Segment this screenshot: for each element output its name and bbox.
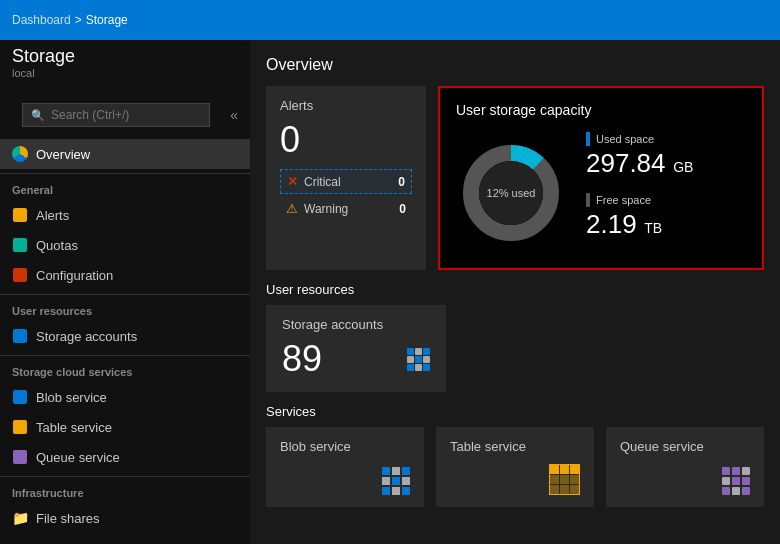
user-resources-title: User resources (266, 282, 764, 297)
donut-svg (456, 138, 566, 248)
sidebar-section-user-resources: User resources (0, 294, 250, 321)
user-resources-section: User resources Storage accounts 89 (266, 282, 764, 392)
services-title: Services (266, 404, 764, 419)
sidebar-item-quotas[interactable]: Quotas (0, 230, 250, 260)
storage-accounts-card-title: Storage accounts (282, 317, 430, 332)
sidebar-item-alerts[interactable]: Alerts (0, 200, 250, 230)
alerts-card-title: Alerts (280, 98, 412, 113)
sg-cell-2 (415, 348, 422, 355)
used-bar-accent (586, 132, 590, 146)
capacity-content: 12% used Used space 297.84 (456, 132, 746, 254)
breadcrumb-separator: > (75, 13, 82, 27)
storage-accounts-grid-icon (407, 348, 430, 371)
sidebar-item-blob-label: Blob service (36, 390, 107, 405)
used-space-label: Used space (586, 132, 746, 146)
sidebar: Storage local 🔍 « Overview General Alert… (0, 40, 250, 544)
storage-accounts-value: 89 (282, 338, 322, 380)
sidebar-item-table-service[interactable]: Table service (0, 412, 250, 442)
free-space-value: 2.19 (586, 209, 637, 239)
storage-accounts-icon (12, 328, 28, 344)
capacity-stats: Used space 297.84 GB Free spa (586, 132, 746, 254)
sidebar-item-file-shares[interactable]: 📁 File shares (0, 503, 250, 533)
sidebar-header: 🔍 « (0, 87, 250, 139)
free-space-block: Free space 2.19 TB (586, 193, 746, 240)
breadcrumb-dashboard[interactable]: Dashboard (12, 13, 71, 27)
critical-value: 0 (398, 175, 405, 189)
table-service-icon (12, 419, 28, 435)
sg-cell-7 (407, 364, 414, 371)
configuration-icon (12, 267, 28, 283)
sidebar-item-queue-label: Queue service (36, 450, 120, 465)
storage-capacity-card: User storage capacity (438, 86, 764, 270)
globe-icon (12, 146, 28, 162)
critical-label: Critical (304, 175, 392, 189)
queue-service-icon (722, 467, 750, 495)
table-service-icon (549, 464, 580, 495)
sidebar-item-overview[interactable]: Overview (0, 139, 250, 169)
storage-accounts-value-row: 89 (282, 338, 430, 380)
alerts-card: Alerts 0 ✕ Critical 0 ⚠ Warning 0 (266, 86, 426, 270)
used-space-value: 297.84 (586, 148, 666, 178)
sidebar-item-overview-label: Overview (36, 147, 90, 162)
main-layout: Storage local 🔍 « Overview General Alert… (0, 40, 780, 544)
sidebar-item-configuration[interactable]: Configuration (0, 260, 250, 290)
file-shares-icon: 📁 (12, 510, 28, 526)
capacity-card-inner: User storage capacity (456, 102, 746, 254)
breadcrumb-current: Storage (86, 13, 128, 27)
content-area: Overview Alerts 0 ✕ Critical 0 ⚠ Warning… (250, 40, 780, 544)
sidebar-item-blob-service[interactable]: Blob service (0, 382, 250, 412)
queue-service-card-label: Queue service (620, 439, 750, 454)
sidebar-section-infrastructure: Infrastructure (0, 476, 250, 503)
alerts-icon (12, 207, 28, 223)
sidebar-item-alerts-label: Alerts (36, 208, 69, 223)
sidebar-item-storage-accounts[interactable]: Storage accounts (0, 321, 250, 351)
critical-icon: ✕ (287, 174, 298, 189)
sidebar-section-cloud-services: Storage cloud services (0, 355, 250, 382)
warning-value: 0 (399, 202, 406, 216)
page-title: Storage (12, 46, 238, 67)
search-input[interactable] (51, 108, 201, 122)
sidebar-search[interactable]: 🔍 (22, 103, 210, 127)
table-service-card-label: Table service (450, 439, 580, 454)
page-title-block: Storage local (0, 40, 250, 87)
donut-chart: 12% used (456, 138, 566, 248)
sidebar-section-general: General (0, 173, 250, 200)
table-service-card[interactable]: Table service (436, 427, 594, 507)
sg-cell-9 (423, 364, 430, 371)
warning-icon: ⚠ (286, 201, 298, 216)
blob-icon-area (280, 467, 410, 495)
sg-cell-5 (415, 356, 422, 363)
sidebar-item-quotas-label: Quotas (36, 238, 78, 253)
quotas-icon (12, 237, 28, 253)
capacity-title: User storage capacity (456, 102, 746, 118)
queue-icon-area (620, 467, 750, 495)
queue-service-card[interactable]: Queue service (606, 427, 764, 507)
sidebar-item-storage-accounts-label: Storage accounts (36, 329, 137, 344)
sg-cell-4 (407, 356, 414, 363)
page-subtitle: local (12, 67, 238, 79)
collapse-sidebar-button[interactable]: « (230, 107, 238, 123)
used-space-unit: GB (673, 159, 693, 175)
warning-label: Warning (304, 202, 393, 216)
critical-alert-row: ✕ Critical 0 (280, 169, 412, 194)
sidebar-nav: Overview General Alerts Quotas Configura… (0, 139, 250, 544)
storage-accounts-card: Storage accounts 89 (266, 305, 446, 392)
sg-cell-6 (423, 356, 430, 363)
sidebar-item-configuration-label: Configuration (36, 268, 113, 283)
search-icon: 🔍 (31, 109, 45, 122)
free-space-unit: TB (644, 220, 662, 236)
svg-point-2 (479, 161, 543, 225)
table-icon-area (450, 464, 580, 495)
sg-cell-3 (423, 348, 430, 355)
sidebar-item-queue-service[interactable]: Queue service (0, 442, 250, 472)
free-bar-accent (586, 193, 590, 207)
free-space-label: Free space (586, 193, 746, 207)
topbar: Dashboard > Storage (0, 0, 780, 40)
sidebar-item-table-label: Table service (36, 420, 112, 435)
queue-service-icon (12, 449, 28, 465)
alerts-count: 0 (280, 119, 412, 161)
overview-section-title: Overview (266, 56, 764, 74)
top-row: Alerts 0 ✕ Critical 0 ⚠ Warning 0 User s… (266, 86, 764, 270)
sg-cell-1 (407, 348, 414, 355)
blob-service-card[interactable]: Blob service (266, 427, 424, 507)
